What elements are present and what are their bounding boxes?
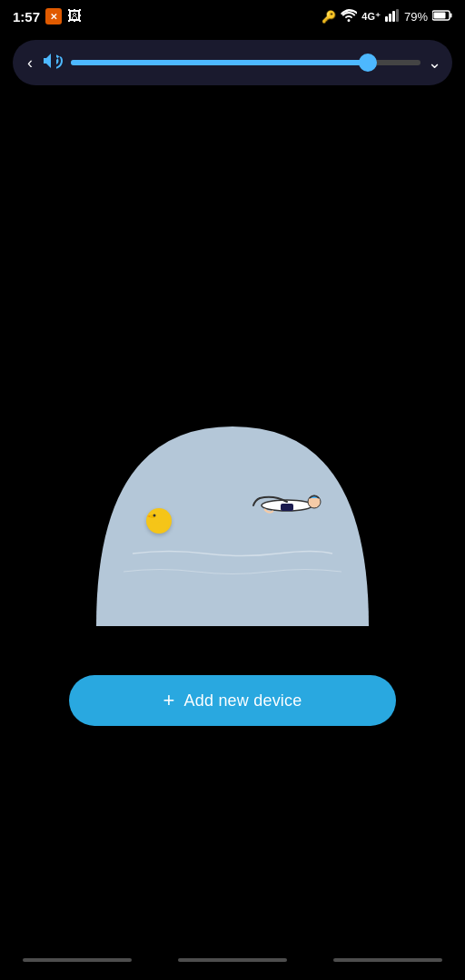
svg-rect-1 [389, 14, 391, 22]
svg-point-10 [153, 514, 156, 517]
signal-bars-icon [385, 9, 400, 24]
signal-4g-icon: 4G⁺ [361, 11, 381, 23]
svg-rect-2 [392, 11, 395, 22]
volume-icon [44, 53, 64, 74]
photo-icon: 🖼 [67, 8, 82, 24]
add-device-label: Add new device [184, 691, 302, 710]
chevron-down-icon[interactable]: ⌄ [428, 53, 441, 73]
battery-percent: 79% [404, 10, 428, 24]
volume-slider[interactable] [71, 60, 420, 65]
notification-icon: ✕ [45, 8, 62, 24]
swimmer [246, 485, 328, 517]
pool-illustration [78, 408, 387, 630]
slider-thumb[interactable] [359, 54, 377, 72]
status-bar: 1:57 ✕ 🖼 🔑 4G⁺ 79% [0, 0, 465, 33]
svg-rect-6 [434, 12, 446, 18]
nav-bar-center [178, 958, 287, 962]
svg-rect-5 [450, 13, 452, 17]
pool-shape [78, 408, 387, 626]
add-device-button[interactable]: + Add new device [69, 675, 396, 726]
duck-icon [146, 508, 172, 534]
status-left: 1:57 ✕ 🖼 [13, 8, 82, 24]
bottom-nav [0, 958, 465, 962]
battery-icon [432, 10, 452, 24]
nav-bar-left [23, 958, 132, 962]
svg-rect-0 [385, 16, 388, 22]
status-time: 1:57 [13, 9, 40, 24]
swimmer-icon [246, 485, 328, 522]
nav-bar-right [333, 958, 442, 962]
plus-icon: + [163, 691, 175, 710]
status-right: 🔑 4G⁺ 79% [322, 9, 452, 24]
volume-bar: ‹ ⌄ [13, 40, 452, 85]
wifi-icon [341, 9, 357, 24]
slider-fill [71, 60, 368, 65]
key-icon: 🔑 [322, 10, 336, 24]
svg-rect-3 [396, 9, 399, 22]
svg-rect-13 [281, 504, 293, 511]
yellow-duck [146, 508, 172, 534]
back-button[interactable]: ‹ [24, 50, 36, 76]
